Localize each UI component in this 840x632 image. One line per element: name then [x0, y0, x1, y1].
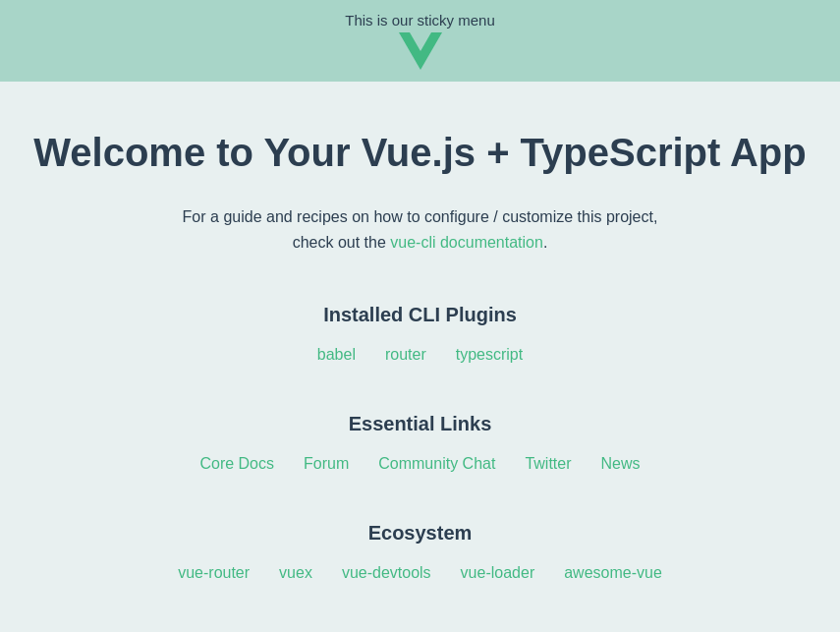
babel-link[interactable]: babel — [317, 346, 356, 364]
sticky-menu-text: This is our sticky menu — [345, 12, 495, 29]
essential-links-title: Essential Links — [20, 413, 820, 435]
cli-plugins-section: Installed CLI Plugins babel router types… — [20, 304, 820, 364]
sticky-menu: This is our sticky menu — [0, 0, 840, 82]
awesome-vue-link[interactable]: awesome-vue — [564, 564, 662, 582]
vue-devtools-link[interactable]: vue-devtools — [342, 564, 431, 582]
essential-links-section: Essential Links Core Docs Forum Communit… — [20, 413, 820, 473]
essential-links-row: Core Docs Forum Community Chat Twitter N… — [20, 455, 820, 473]
news-link[interactable]: News — [601, 455, 641, 473]
description-period: . — [543, 234, 547, 251]
vuex-link[interactable]: vuex — [279, 564, 312, 582]
description: For a guide and recipes on how to config… — [20, 204, 820, 255]
page-title: Welcome to Your Vue.js + TypeScript App — [20, 131, 820, 175]
core-docs-link[interactable]: Core Docs — [199, 455, 274, 473]
cli-plugins-title: Installed CLI Plugins — [20, 304, 820, 326]
vue-router-link[interactable]: vue-router — [178, 564, 250, 582]
vue-loader-link[interactable]: vue-loader — [461, 564, 535, 582]
community-chat-link[interactable]: Community Chat — [378, 455, 495, 473]
ecosystem-section: Ecosystem vue-router vuex vue-devtools v… — [20, 522, 820, 582]
twitter-link[interactable]: Twitter — [525, 455, 571, 473]
vue-logo-icon — [399, 32, 442, 70]
ecosystem-title: Ecosystem — [20, 522, 820, 545]
main-content: Welcome to Your Vue.js + TypeScript App … — [0, 82, 840, 632]
cli-plugins-links: babel router typescript — [20, 346, 820, 364]
forum-link[interactable]: Forum — [304, 455, 349, 473]
router-link[interactable]: router — [385, 346, 426, 364]
vue-cli-docs-link[interactable]: vue-cli documentation — [390, 234, 543, 251]
description-line2-text: check out the — [293, 234, 391, 251]
typescript-link[interactable]: typescript — [456, 346, 523, 364]
ecosystem-links-row: vue-router vuex vue-devtools vue-loader … — [20, 564, 820, 582]
description-line1: For a guide and recipes on how to config… — [183, 208, 658, 225]
